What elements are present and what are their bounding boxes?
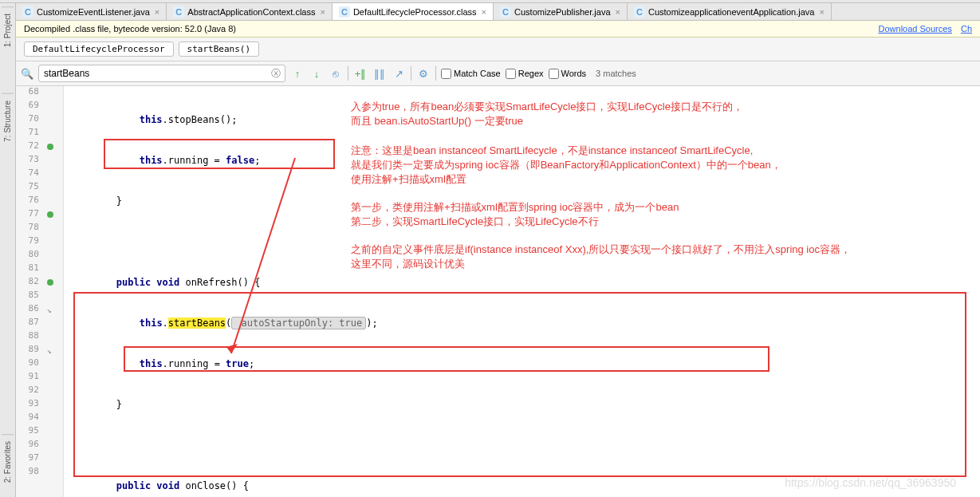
editor-tabs: C CustomizeEventListener.java × C Abstra… (16, 3, 980, 21)
annotation-2-line2: 就是我们类一定要成为spring ioc容器（即BeanFactory和Appl… (351, 158, 781, 172)
gutter-markers: ↘↘ (44, 86, 60, 497)
breadcrumb: DefaultLifecycleProcessor startBeans() (16, 37, 980, 61)
download-sources-link[interactable]: Download Sources (879, 24, 952, 34)
find-bar: 🔍 ⓧ ↑ ↓ ⎋ +‖ ‖‖ ↗ ⚙ Match Case Regex Wor… (16, 61, 980, 86)
choose-sources-link[interactable]: Ch (961, 24, 972, 34)
breadcrumb-class[interactable]: DefaultLifecycleProcessor (24, 41, 174, 57)
annotation-1-line2: 而且 bean.isAutoStartUp() 一定要true (351, 114, 523, 128)
settings-icon[interactable]: ⚙ (416, 66, 431, 81)
rail-structure[interactable]: 7: Structure (2, 93, 14, 148)
class-file-icon: C (339, 6, 350, 18)
highlight-startbeans: startBeans (168, 318, 226, 329)
tab-label: DefaultLifecycleProcessor.class (353, 7, 477, 17)
tab-customize-event-listener[interactable]: C CustomizeEventListener.java × (16, 3, 167, 20)
next-match-icon[interactable]: ↓ (309, 66, 324, 81)
search-icon: 🔍 (21, 68, 33, 80)
match-case-checkbox[interactable]: Match Case (441, 69, 501, 79)
tab-label: CustomizeapplicationeventApplication.jav… (648, 7, 815, 17)
close-icon[interactable]: × (155, 7, 159, 17)
annotation-1-line1: 入参为true，所有bean必须要实现SmartLifeCycle接口，实现Li… (351, 100, 743, 113)
words-checkbox[interactable]: Words (549, 69, 587, 79)
match-count: 3 matches (596, 69, 636, 78)
tab-label: CustomizePublisher.java (514, 7, 610, 17)
annotation-2-line1: 注意：这里是bean instanceof SmartLifecycle，不是i… (351, 144, 753, 157)
prev-match-icon[interactable]: ↑ (290, 66, 305, 81)
tab-label: CustomizeEventListener.java (37, 7, 150, 17)
decompiled-notice: Decompiled .class file, bytecode version… (16, 21, 980, 37)
red-arrow (223, 154, 319, 361)
rail-favorites[interactable]: 2: Favorites (2, 434, 14, 489)
close-icon[interactable]: × (320, 7, 325, 17)
close-icon[interactable]: × (616, 7, 620, 17)
gutter: 6869707172737475767778798081828586878889… (16, 86, 64, 497)
left-tool-rail: 1: Project 7: Structure 2: Favorites (0, 3, 16, 497)
tab-abstract-application-context[interactable]: C AbstractApplicationContext.class × (167, 3, 333, 20)
separator (411, 66, 411, 81)
regex-checkbox[interactable]: Regex (506, 69, 544, 79)
tab-default-lifecycle-processor[interactable]: C DefaultLifecycleProcessor.class × (333, 3, 494, 20)
annotation-4-line2: 这里不同，源码设计优美 (351, 257, 465, 270)
code-area[interactable]: this this.stopBeans();.stopBeans(); this… (64, 86, 980, 497)
java-file-icon: C (22, 6, 33, 18)
annotation-4-line1: 之前的自定义事件底层是if(instance instanceof Xxx),所… (351, 243, 851, 256)
add-selection-icon[interactable]: +‖ (353, 66, 368, 81)
param-hint: autoStartupOnly: true (231, 317, 366, 329)
annotation-3-line2: 第二步，实现SmartLifeCycle接口，实现LifeCycle不行 (351, 215, 599, 228)
tab-customize-publisher[interactable]: C CustomizePublisher.java × (494, 3, 628, 20)
breadcrumb-method[interactable]: startBeans() (179, 41, 259, 57)
select-all-icon[interactable]: ‖‖ (372, 66, 387, 81)
tab-label: AbstractApplicationContext.class (187, 7, 315, 17)
rail-project[interactable]: 1: Project (2, 6, 14, 53)
annotation-2-line3: 使用注解+扫描或xml配置 (351, 172, 466, 186)
clear-search-icon[interactable]: ⓧ (271, 67, 281, 81)
svg-marker-1 (226, 344, 238, 353)
filter-icon[interactable]: ⎋ (329, 66, 343, 81)
code-editor[interactable]: 6869707172737475767778798081828586878889… (16, 86, 980, 497)
separator (435, 66, 436, 81)
close-icon[interactable]: × (819, 7, 824, 17)
export-icon[interactable]: ↗ (392, 66, 406, 81)
java-file-icon: C (500, 6, 511, 18)
class-file-icon: C (173, 6, 184, 18)
decompiled-text: Decompiled .class file, bytecode version… (24, 24, 236, 34)
java-file-icon: C (634, 6, 645, 18)
line-numbers: 6869707172737475767778798081828586878889… (16, 86, 44, 497)
separator (348, 66, 348, 81)
watermark: https://blog.csdn.net/qq_36963950 (785, 476, 956, 489)
search-input[interactable] (38, 65, 285, 82)
annotation-3-line1: 第一步，类使用注解+扫描或xml配置到spring ioc容器中，成为一个bea… (351, 200, 679, 214)
close-icon[interactable]: × (482, 7, 486, 17)
tab-customize-app-event-application[interactable]: C CustomizeapplicationeventApplication.j… (628, 3, 832, 20)
